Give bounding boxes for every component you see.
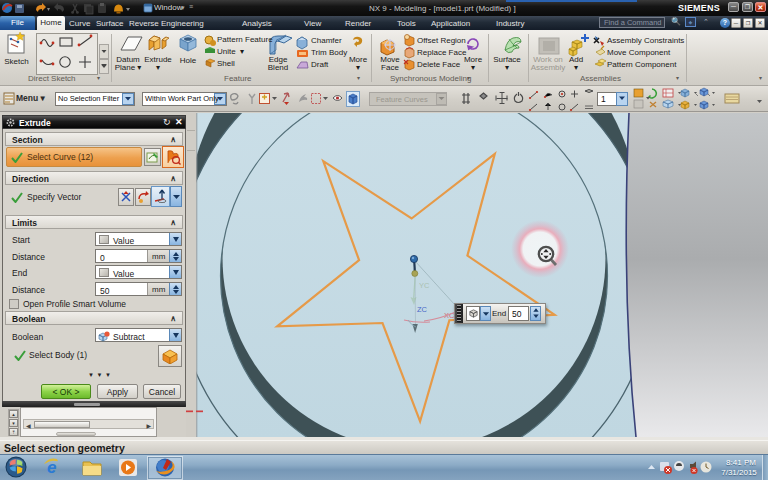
svg-text:Feature Curves: Feature Curves bbox=[376, 95, 428, 104]
svg-text:ZC: ZC bbox=[417, 305, 428, 314]
svg-text:1: 1 bbox=[601, 94, 606, 104]
svg-text:YC: YC bbox=[419, 281, 430, 290]
